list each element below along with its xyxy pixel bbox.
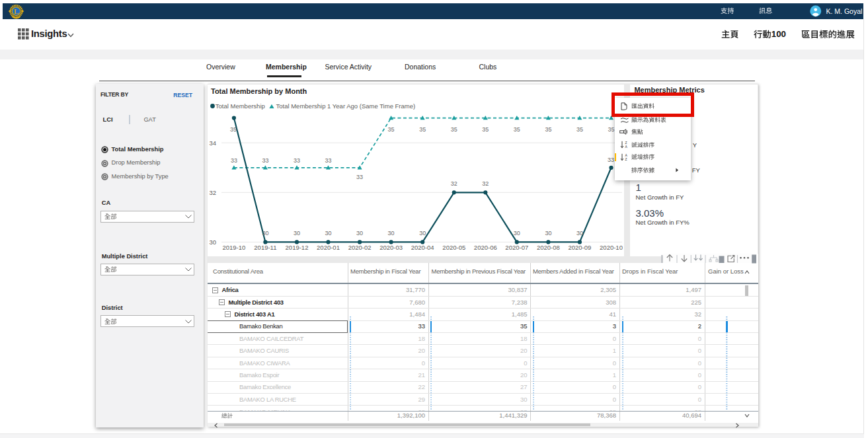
svg-text:35: 35 (388, 126, 395, 133)
svg-text:33: 33 (294, 157, 300, 163)
svg-text:2020-01: 2020-01 (317, 244, 340, 251)
svg-text:33: 33 (231, 157, 237, 163)
svg-text:30: 30 (209, 238, 216, 245)
svg-text:32: 32 (209, 188, 216, 196)
svg-text:30: 30 (294, 229, 300, 236)
svg-text:Z: Z (625, 157, 627, 161)
svg-text:33: 33 (356, 174, 363, 180)
svg-text:2020-07: 2020-07 (505, 244, 528, 251)
svg-text:30: 30 (419, 229, 426, 236)
svg-text:2019-12: 2019-12 (286, 244, 309, 251)
svg-text:35: 35 (514, 126, 520, 133)
svg-text:Total Membership 1 Year Ago (S: Total Membership 1 Year Ago (Same Time F… (276, 102, 416, 110)
svg-text:30: 30 (356, 229, 363, 236)
svg-text:35: 35 (451, 126, 457, 133)
svg-text:30: 30 (545, 229, 551, 236)
svg-text:30: 30 (576, 229, 583, 236)
svg-text:30: 30 (514, 229, 520, 236)
svg-text:2019-10: 2019-10 (222, 244, 245, 251)
svg-text:33: 33 (262, 157, 268, 163)
svg-text:L: L (13, 7, 18, 15)
svg-text:30: 30 (262, 229, 268, 236)
svg-text:33: 33 (608, 156, 614, 163)
svg-text:34: 34 (209, 139, 216, 146)
svg-text:Total Membership: Total Membership (216, 102, 265, 110)
svg-text:2020-04: 2020-04 (411, 244, 434, 251)
svg-text:35: 35 (608, 126, 614, 133)
svg-text:2019-11: 2019-11 (254, 244, 276, 251)
svg-text:32: 32 (451, 180, 457, 187)
svg-text:35: 35 (230, 126, 237, 133)
svg-text:2020-02: 2020-02 (348, 244, 372, 251)
svg-text:2020-09: 2020-09 (568, 244, 591, 251)
svg-text:32: 32 (482, 180, 489, 187)
svg-text:2020-03: 2020-03 (379, 244, 403, 251)
svg-text:2020-05: 2020-05 (442, 244, 465, 251)
svg-text:35: 35 (419, 126, 426, 133)
svg-text:30: 30 (325, 229, 331, 236)
svg-text:35: 35 (482, 126, 489, 133)
svg-text:30: 30 (388, 229, 395, 236)
svg-text:2020-08: 2020-08 (537, 244, 560, 251)
svg-text:35: 35 (545, 126, 551, 133)
svg-text:2020-10: 2020-10 (600, 244, 623, 251)
svg-text:2020-06: 2020-06 (474, 244, 497, 251)
svg-text:A: A (625, 145, 628, 149)
svg-text:35: 35 (576, 126, 583, 133)
svg-text:33: 33 (325, 157, 331, 163)
